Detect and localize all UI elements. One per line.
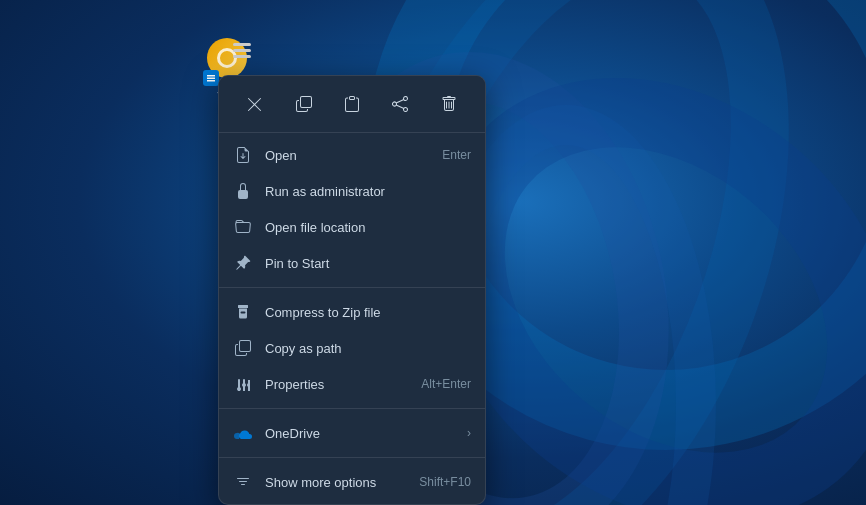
properties-label: Properties [265,377,421,392]
share-icon [392,96,408,112]
run-as-admin-icon [233,181,253,201]
compress-to-zip-menu-item[interactable]: Compress to Zip file [219,294,485,330]
svg-rect-1 [207,78,215,80]
copy-button[interactable] [286,86,322,122]
properties-shortcut: Alt+Enter [421,377,471,391]
pin-to-start-menu-item[interactable]: Pin to Start [219,245,485,281]
menu-section-1: Open Enter Run as administrator Open fil… [219,133,485,285]
compress-to-zip-label: Compress to Zip file [265,305,471,320]
show-more-options-label: Show more options [265,475,419,490]
run-as-admin-label: Run as administrator [265,184,471,199]
svg-rect-2 [207,80,215,82]
menu-divider-1 [219,287,485,288]
show-more-options-shortcut: Shift+F10 [419,475,471,489]
cut-button[interactable] [237,86,273,122]
onedrive-label: OneDrive [265,426,459,441]
pin-to-start-label: Pin to Start [265,256,471,271]
copy-icon [296,96,312,112]
icon-badge [203,70,219,86]
copy-as-path-menu-item[interactable]: Copy as path [219,330,485,366]
copy-path-icon [233,338,253,358]
menu-section-3: OneDrive › [219,411,485,455]
open-menu-item[interactable]: Open Enter [219,137,485,173]
show-more-icon [233,472,253,492]
svg-rect-0 [207,75,215,77]
open-icon [233,145,253,165]
paste-button[interactable] [334,86,370,122]
share-button[interactable] [382,86,418,122]
open-file-location-label: Open file location [265,220,471,235]
run-as-admin-menu-item[interactable]: Run as administrator [219,173,485,209]
onedrive-arrow: › [467,426,471,440]
pin-to-start-icon [233,253,253,273]
onedrive-icon [233,423,253,443]
delete-button[interactable] [431,86,467,122]
properties-icon [233,374,253,394]
icon-line-1 [233,43,251,46]
open-file-location-icon [233,217,253,237]
cut-icon [247,96,263,112]
menu-toolbar [219,76,485,133]
menu-divider-2 [219,408,485,409]
desktop: W... Di... [0,0,866,505]
badge-icon [206,73,216,83]
icon-line-2 [233,49,251,52]
compress-icon [233,302,253,322]
open-shortcut: Enter [442,148,471,162]
copy-as-path-label: Copy as path [265,341,471,356]
menu-section-4: Show more options Shift+F10 [219,460,485,504]
menu-section-2: Compress to Zip file Copy as path Proper… [219,290,485,406]
context-menu: Open Enter Run as administrator Open fil… [218,75,486,505]
open-file-location-menu-item[interactable]: Open file location [219,209,485,245]
onedrive-menu-item[interactable]: OneDrive › [219,415,485,451]
trash-icon [441,96,457,112]
properties-menu-item[interactable]: Properties Alt+Enter [219,366,485,402]
menu-divider-3 [219,457,485,458]
icon-lines [233,43,251,58]
open-label: Open [265,148,442,163]
show-more-options-menu-item[interactable]: Show more options Shift+F10 [219,464,485,500]
icon-line-3 [233,55,251,58]
paste-icon [344,96,360,112]
